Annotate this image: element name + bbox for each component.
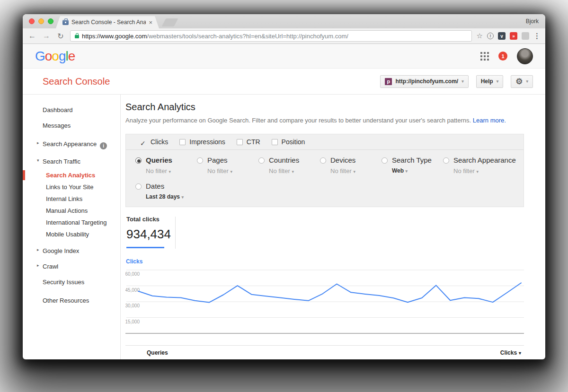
checkbox-icon [272,139,278,145]
sidebar-item-crawl[interactable]: ▸Crawl [23,259,120,274]
queries-filter-dropdown[interactable]: No filter ▾ [146,167,172,174]
dimension-search-appearance-radio[interactable]: Search Appearance No filter ▾ [443,156,516,174]
countries-filter-dropdown[interactable]: No filter ▾ [269,167,299,174]
sidebar-item-international-targeting[interactable]: International Targeting [23,217,120,228]
sidebar-item-messages[interactable]: Messages [23,118,120,133]
dimension-pages-radio[interactable]: Pages No filter ▾ [197,156,258,174]
browser-menu-icon[interactable]: ⋮ [533,32,541,40]
bookmark-star-icon[interactable]: ☆ [477,32,483,40]
address-bar[interactable]: https://www.google.com/webmasters/tools/… [70,30,472,42]
metrics-row: Clicks Impressions CTR Position [126,134,524,150]
secure-lock-icon [75,35,79,38]
help-button[interactable]: Help ▾ [476,75,504,88]
metric-impressions-checkbox[interactable]: Impressions [179,138,225,146]
dimension-queries-radio[interactable]: Queries No filter ▾ [135,156,197,174]
browser-toolbar: ← → ↻ https://www.google.com/webmasters/… [23,28,545,44]
tab-strip: Search Console - Search Analy × Bjork [23,14,545,28]
console-header: Search Console p http://pinchofyum.com/ … [23,69,545,95]
sidebar-item-internal-links[interactable]: Internal Links [23,193,120,205]
svg-text:15,000: 15,000 [125,319,140,324]
chevron-down-icon: ▾ [476,169,479,174]
arrow-down-icon: ▾ [37,158,39,163]
queries-table: Queries Clicks▼ [125,345,524,359]
chevron-down-icon: ▾ [462,79,464,84]
notification-badge[interactable]: 1 [498,52,507,61]
arrow-right-icon: ▸ [37,247,39,252]
url-host: https://www.google.com [82,33,147,40]
page-title: Search Analytics [125,102,524,113]
sidebar-item-mobile-usability[interactable]: Mobile Usability [23,228,120,240]
radio-icon [135,183,142,190]
svg-text:45,000: 45,000 [125,287,140,293]
radio-icon [382,157,388,164]
metric-position-checkbox[interactable]: Position [272,138,305,146]
dimension-search-type-radio[interactable]: Search Type Web ▾ [382,156,443,174]
sidebar-item-search-analytics[interactable]: Search Analytics [23,169,120,181]
toolbar-icons: ☆ ! v » ⋮ [477,32,541,40]
sidebar-item-google-index[interactable]: ▸Google Index [23,243,120,259]
dimensions-row: Queries No filter ▾ Pages No filter ▾ Co… [135,156,516,174]
apps-grid-icon[interactable] [480,52,489,61]
refresh-icon[interactable]: ↻ [56,32,65,41]
window-controls [29,18,53,24]
google-bar: Google 1 [23,44,545,69]
clicks-line-chart: 60,00045,00030,00015,000 [125,266,524,337]
search-type-filter-dropdown[interactable]: Web ▾ [392,167,432,174]
chart-series-label: Clicks [126,258,524,265]
settings-button[interactable]: ⚙ ▾ [511,75,533,88]
minimize-window-button[interactable] [38,18,44,24]
disabled-extension-icon[interactable] [522,32,529,40]
site-selector-button[interactable]: p http://pinchofyum.com/ ▾ [380,75,468,88]
browser-profile-name[interactable]: Bjork [526,18,539,25]
new-tab-button[interactable] [161,18,178,26]
metric-ctr-checkbox[interactable]: CTR [237,138,260,146]
dimension-devices-radio[interactable]: Devices No filter ▾ [320,156,382,174]
dimension-dates-radio[interactable]: Dates Last 28 days ▾ [135,182,516,200]
totals-section: Total clicks 934,434 [125,216,524,252]
google-logo[interactable]: Google [35,49,75,64]
chevron-down-icon: ▾ [405,169,408,174]
page-url: https://www.google.com/webmasters/tools/… [82,33,348,40]
pages-filter-dropdown[interactable]: No filter ▾ [207,167,232,174]
arrow-right-icon: ▸ [37,263,39,268]
search-appearance-filter-dropdown[interactable]: No filter ▾ [453,167,516,174]
pocket-extension-icon[interactable]: v [498,32,506,40]
main-content: Search Analytics Analyze your performanc… [121,95,545,359]
sidebar-item-manual-actions[interactable]: Manual Actions [23,205,120,217]
site-url-label: http://pinchofyum.com/ [395,78,458,85]
info-icon[interactable]: ! [487,33,494,39]
sidebar-item-search-traffic[interactable]: ▾Search Traffic [23,154,120,169]
clicks-chart: 60,00045,00030,00015,000 [125,266,524,339]
red-extension-icon[interactable]: » [510,32,517,40]
avatar[interactable] [517,48,533,64]
learn-more-link[interactable]: Learn more. [473,117,506,124]
metric-clicks-checkbox[interactable]: Clicks [140,138,168,146]
console-title[interactable]: Search Console [43,76,110,87]
radio-icon [443,157,449,164]
zoom-window-button[interactable] [48,18,53,24]
back-icon[interactable]: ← [27,32,37,40]
help-label: Help [481,78,493,85]
info-icon[interactable]: i [100,142,107,149]
sidebar-item-links-to-your-site[interactable]: Links to Your Site [23,181,120,193]
gear-icon: ⚙ [515,77,523,87]
sidebar-item-dashboard[interactable]: Dashboard [23,102,120,118]
browser-tab[interactable]: Search Console - Search Analy × [56,16,159,28]
search-console-favicon [62,20,69,25]
close-tab-icon[interactable]: × [149,19,152,26]
forward-icon[interactable]: → [42,32,51,40]
browser-window: Search Console - Search Analy × Bjork ← … [23,14,545,359]
chevron-down-icon: ▾ [353,169,355,174]
close-window-button[interactable] [29,18,35,24]
sidebar-item-search-appearance[interactable]: ▸Search Appearancei [23,136,120,154]
dates-filter-dropdown[interactable]: Last 28 days ▾ [146,193,184,200]
queries-column-header[interactable]: Queries [147,349,168,356]
sidebar-item-other-resources[interactable]: Other Resources [23,293,120,308]
devices-filter-dropdown[interactable]: No filter ▾ [330,167,355,174]
dimension-countries-radio[interactable]: Countries No filter ▾ [258,156,320,174]
console-body: Dashboard Messages ▸Search Appearancei ▾… [23,95,545,359]
sidebar-item-security-issues[interactable]: Security Issues [23,274,120,290]
sidebar: Dashboard Messages ▸Search Appearancei ▾… [23,95,121,359]
clicks-column-header[interactable]: Clicks▼ [500,349,522,356]
radio-icon [197,157,203,164]
